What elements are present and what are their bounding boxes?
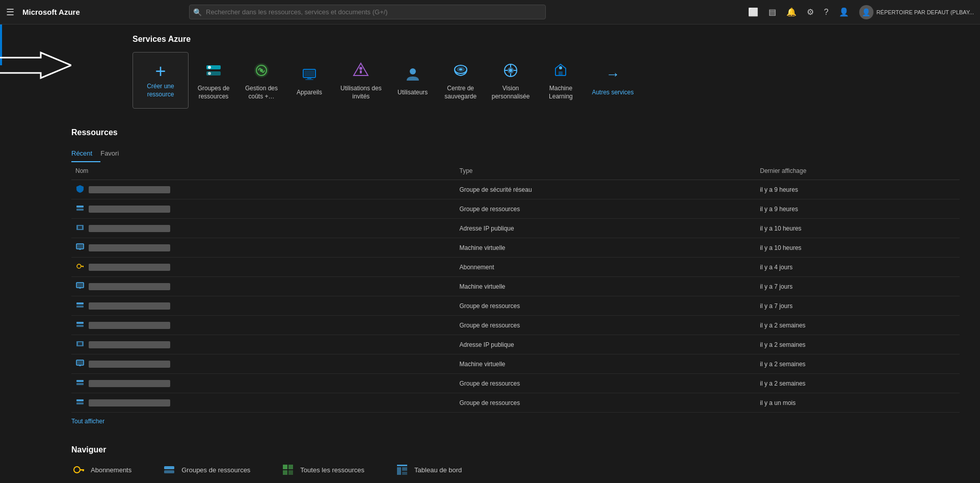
naviguer-title: Naviguer — [71, 445, 960, 454]
svg-rect-60 — [283, 470, 287, 475]
abonnements-icon — [71, 463, 86, 477]
utilisateurs-label: Utilisateurs — [398, 89, 428, 97]
resources-title: Ressources — [71, 128, 960, 137]
sidebar-item-gestion-couts[interactable]: Gestion descoûts +… — [239, 52, 284, 109]
sidebar-item-machine-learning[interactable]: MachineLearning — [538, 52, 584, 109]
terminal-icon[interactable]: ▤ — [764, 4, 780, 20]
row-icon-6 — [75, 300, 85, 311]
svg-point-34 — [77, 264, 81, 268]
resources-section: Ressources Récent Favori Nom Type Dernie… — [71, 128, 960, 425]
resource-type-7: Groupe de ressources — [456, 316, 756, 335]
svg-rect-40 — [76, 302, 84, 304]
svg-rect-30 — [78, 226, 82, 229]
create-resource-button[interactable]: + Créer uneressource — [133, 52, 189, 109]
resource-name-0 — [89, 186, 170, 193]
svg-marker-0 — [0, 53, 71, 78]
resource-type-10: Groupe de ressources — [456, 374, 756, 393]
appareils-label: Appareils — [297, 89, 322, 97]
resource-name-7 — [89, 322, 170, 329]
svg-rect-42 — [76, 322, 84, 324]
svg-rect-57 — [164, 470, 174, 473]
cloud-upload-icon[interactable]: ⬜ — [744, 4, 762, 20]
row-icon-2 — [75, 223, 85, 234]
svg-rect-55 — [83, 469, 84, 471]
tab-favori[interactable]: Favori — [100, 145, 127, 162]
tableau-de-bord-label: Tableau de bord — [414, 466, 462, 474]
settings-icon[interactable]: ⚙ — [803, 4, 818, 20]
sidebar-item-appareils[interactable]: Appareils — [286, 52, 332, 109]
resource-type-6: Groupe de ressources — [456, 296, 756, 316]
table-row[interactable]: Adresse IP publique il y a 2 semaines — [71, 335, 960, 354]
resource-last-seen-3: il y a 10 heures — [756, 238, 960, 258]
gestion-couts-icon — [251, 60, 272, 81]
row-icon-0 — [75, 184, 85, 195]
svg-point-7 — [260, 69, 263, 72]
resource-last-seen-4: il y a 4 jours — [756, 258, 960, 277]
resource-last-seen-5: il y a 7 jours — [756, 277, 960, 296]
vision-personnalisee-icon — [500, 60, 521, 81]
svg-rect-33 — [79, 249, 81, 250]
naviguer-item-tableau-de-bord[interactable]: Tableau de bord — [395, 463, 462, 477]
naviguer-item-toutes-ressources[interactable]: Toutes les ressources — [281, 463, 364, 477]
avatar: 👤 — [859, 5, 873, 19]
table-row[interactable]: Groupe de ressources il y a 9 heures — [71, 199, 960, 219]
svg-rect-48 — [79, 365, 81, 366]
tab-recent[interactable]: Récent — [71, 145, 100, 162]
svg-rect-63 — [397, 467, 401, 475]
table-row[interactable]: Groupe de ressources il y a un mois — [71, 393, 960, 413]
table-row[interactable]: Groupe de ressources il y a 7 jours — [71, 296, 960, 316]
col-type: Type — [456, 162, 756, 180]
resources-tabs: Récent Favori — [71, 145, 960, 162]
resource-type-8: Adresse IP publique — [456, 335, 756, 354]
resource-last-seen-10: il y a 2 semaines — [756, 374, 960, 393]
hamburger-menu-button[interactable]: ☰ — [6, 7, 14, 18]
user-label: RÉPERTOIRE PAR DEFAUT (PLBAY... — [877, 9, 974, 15]
table-row[interactable]: Machine virtuelle il y a 2 semaines — [71, 354, 960, 374]
row-icon-11 — [75, 397, 85, 408]
row-icon-5 — [75, 281, 85, 292]
services-section: Services Azure + Créer uneressource — [133, 35, 960, 124]
svg-rect-43 — [76, 325, 84, 327]
resource-name-4 — [89, 264, 170, 271]
table-row[interactable]: Groupe de ressources il y a 2 semaines — [71, 316, 960, 335]
naviguer-item-groupes-ressources[interactable]: Groupes de ressources — [162, 463, 250, 477]
search-input[interactable] — [189, 5, 546, 19]
svg-rect-47 — [77, 361, 83, 365]
table-row[interactable]: Abonnement il y a 4 jours — [71, 258, 960, 277]
svg-point-4 — [208, 72, 211, 75]
bell-icon[interactable]: 🔔 — [782, 4, 801, 20]
groupes-ressources-icon — [162, 463, 176, 477]
app-logo: Microsoft Azure — [22, 8, 80, 16]
table-row[interactable]: Machine virtuelle il y a 10 heures — [71, 238, 960, 258]
autres-services-button[interactable]: → Autres services — [586, 52, 640, 109]
sidebar-item-groupes-ressources[interactable]: Groupes deressources — [191, 52, 236, 109]
sidebar-item-centre-sauvegarde[interactable]: Centre desauvegarde — [438, 52, 484, 109]
user-menu[interactable]: 👤 RÉPERTOIRE PAR DEFAUT (PLBAY... — [859, 5, 974, 19]
sidebar-item-utilisateurs[interactable]: Utilisateurs — [390, 52, 436, 109]
table-row[interactable]: Groupe de ressources il y a 2 semaines — [71, 374, 960, 393]
row-icon-1 — [75, 204, 85, 214]
sidebar-item-utilisations-invites[interactable]: Utilisations desinvités — [334, 52, 388, 109]
tout-afficher-link[interactable]: Tout afficher — [71, 418, 104, 425]
naviguer-item-abonnements[interactable]: Abonnements — [71, 463, 131, 477]
svg-rect-59 — [288, 465, 293, 469]
autres-services-label: Autres services — [592, 89, 633, 97]
svg-point-26 — [559, 66, 562, 69]
topbar: ☰ Microsoft Azure 🔍 ⬜ ▤ 🔔 ⚙ ? 👤 👤 RÉPERT… — [0, 0, 980, 24]
toutes-ressources-label: Toutes les ressources — [300, 466, 364, 474]
resource-last-seen-9: il y a 2 semaines — [756, 354, 960, 374]
resource-type-11: Groupe de ressources — [456, 393, 756, 413]
machine-learning-label: MachineLearning — [549, 85, 573, 100]
resource-last-seen-7: il y a 2 semaines — [756, 316, 960, 335]
help-icon[interactable]: ? — [820, 5, 833, 20]
table-row[interactable]: Groupe de sécurité réseau il y a 9 heure… — [71, 180, 960, 199]
search-bar: 🔍 — [189, 5, 546, 19]
resource-name-2 — [89, 225, 170, 232]
resource-last-seen-6: il y a 7 jours — [756, 296, 960, 316]
groupes-ressources-icon — [203, 60, 224, 81]
svg-rect-52 — [76, 402, 84, 404]
sidebar-item-vision-personnalisee[interactable]: Visionpersonnalisée — [486, 52, 536, 109]
table-row[interactable]: Adresse IP publique il y a 10 heures — [71, 219, 960, 238]
table-row[interactable]: Machine virtuelle il y a 7 jours — [71, 277, 960, 296]
feedback-icon[interactable]: 👤 — [835, 4, 853, 20]
